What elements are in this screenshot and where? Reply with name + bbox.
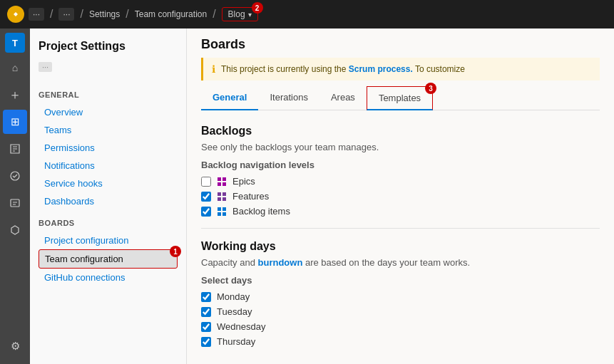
separator-3: / [124, 8, 130, 21]
tab-areas[interactable]: Areas [319, 86, 367, 110]
tabs-bar: General Iterations Areas Templates 3 [201, 86, 600, 110]
sidebar-section-general: General [39, 90, 178, 99]
checkbox-wednesday[interactable] [201, 322, 211, 332]
separator-2: / [78, 8, 84, 21]
svg-rect-10 [222, 197, 226, 201]
day-tuesday: Tuesday [201, 306, 600, 317]
checkbox-backlog-items[interactable] [201, 207, 211, 217]
svg-rect-12 [222, 207, 226, 211]
sidebar-item-team-config[interactable]: Team configuration 1 [39, 249, 178, 269]
sidebar-project-name: ··· [39, 62, 52, 72]
boards-header: Boards [187, 28, 614, 52]
info-icon: ℹ [212, 63, 215, 75]
select-days-label: Select days [201, 275, 600, 286]
svg-rect-4 [222, 177, 226, 181]
main-layout: T ⌂ ＋ ⊞ ⚙ Project Settings ··· General O… [0, 28, 614, 364]
user-avatar[interactable]: T [5, 33, 25, 53]
svg-point-1 [11, 172, 19, 180]
day-thursday: Thursday [201, 336, 600, 347]
working-days-section: Working days Capacity and burndown are b… [201, 240, 600, 347]
backlog-items-icon [217, 207, 227, 217]
svg-rect-6 [222, 182, 226, 186]
sidebar-item-permissions[interactable]: Permissions [39, 139, 178, 157]
svg-rect-2 [11, 199, 19, 207]
rail-boards-icon[interactable]: ⊞ [3, 110, 27, 134]
sidebar-item-project-config[interactable]: Project configuration [39, 232, 178, 249]
app-logo[interactable] [7, 6, 24, 23]
checkbox-monday[interactable] [201, 292, 211, 302]
team-config-badge: 1 [170, 246, 181, 257]
svg-rect-8 [222, 192, 226, 196]
content-body: Backlogs See only the backlogs your team… [187, 110, 614, 364]
dropdown-arrow-icon: ▾ [248, 11, 252, 19]
sidebar-section-boards: Boards [39, 219, 178, 227]
checkbox-features[interactable] [201, 192, 211, 202]
rail-pipelines-icon[interactable] [3, 164, 27, 188]
sidebar-item-service-hooks[interactable]: Service hooks [39, 175, 178, 192]
svg-rect-5 [218, 182, 221, 186]
breadcrumb-org[interactable]: ··· [29, 8, 44, 21]
rail-home-icon[interactable]: ⌂ [3, 56, 27, 80]
sidebar-item-teams[interactable]: Teams [39, 121, 178, 139]
working-days-desc: Capacity and burndown are based on the d… [201, 257, 600, 268]
content-area: Boards ℹ This project is currently using… [187, 28, 614, 364]
svg-rect-9 [218, 197, 221, 201]
svg-rect-7 [218, 192, 221, 196]
info-banner: ℹ This project is currently using the Sc… [201, 58, 600, 80]
sidebar-item-overview[interactable]: Overview [39, 103, 178, 121]
rail-testplans-icon[interactable] [3, 191, 27, 215]
checkbox-tuesday[interactable] [201, 307, 211, 317]
rail-settings-icon[interactable]: ⚙ [3, 334, 27, 358]
backlog-nav-label: Backlog navigation levels [201, 160, 600, 170]
separator-4: / [211, 8, 217, 21]
capacity-highlight: burndown [258, 257, 303, 268]
rail-add-icon[interactable]: ＋ [3, 83, 27, 107]
backlogs-desc: See only the backlogs your team manages. [201, 142, 600, 152]
tab-general[interactable]: General [201, 86, 258, 110]
svg-rect-3 [218, 177, 221, 181]
tab-templates[interactable]: Templates 3 [367, 86, 433, 110]
epics-icon [217, 177, 227, 187]
checkbox-epics[interactable] [201, 177, 211, 187]
icon-rail: T ⌂ ＋ ⊞ ⚙ [0, 28, 30, 364]
blog-badge: 2 [252, 2, 263, 14]
banner-highlight[interactable]: Scrum process. [349, 64, 413, 74]
backlog-item-features: Features [201, 191, 600, 202]
backlog-item-backlog-items: Backlog items [201, 206, 600, 217]
blog-button[interactable]: Blog ▾ 2 [222, 7, 258, 21]
day-wednesday: Wednesday [201, 321, 600, 332]
backlog-item-epics: Epics [201, 176, 600, 187]
backlogs-section: Backlogs See only the backlogs your team… [201, 125, 600, 217]
breadcrumb-project[interactable]: ··· [58, 8, 74, 21]
tab-iterations[interactable]: Iterations [258, 86, 319, 110]
breadcrumb-team-config[interactable]: Team configuration [135, 9, 207, 19]
backlogs-title: Backlogs [201, 125, 600, 137]
rail-artifacts-icon[interactable] [3, 218, 27, 242]
sidebar: Project Settings ··· General Overview Te… [30, 28, 187, 364]
svg-rect-11 [218, 207, 221, 211]
topbar: ··· / ··· / Settings / Team configuratio… [0, 0, 614, 28]
svg-rect-14 [222, 212, 226, 216]
section-divider [201, 228, 600, 229]
rail-repos-icon[interactable] [3, 137, 27, 161]
sidebar-item-notifications[interactable]: Notifications [39, 157, 178, 175]
boards-page-title: Boards [201, 37, 245, 52]
svg-rect-13 [218, 212, 221, 216]
breadcrumb-settings[interactable]: Settings [89, 9, 120, 19]
day-monday: Monday [201, 291, 600, 302]
working-days-title: Working days [201, 240, 600, 253]
sidebar-item-github-connections[interactable]: GitHub connections [39, 269, 178, 286]
features-icon [217, 192, 227, 202]
sidebar-title: Project Settings [39, 40, 178, 53]
separator-1: / [48, 8, 54, 21]
checkbox-thursday[interactable] [201, 337, 211, 347]
sidebar-item-dashboards[interactable]: Dashboards [39, 192, 178, 210]
templates-tab-badge: 3 [425, 83, 436, 94]
